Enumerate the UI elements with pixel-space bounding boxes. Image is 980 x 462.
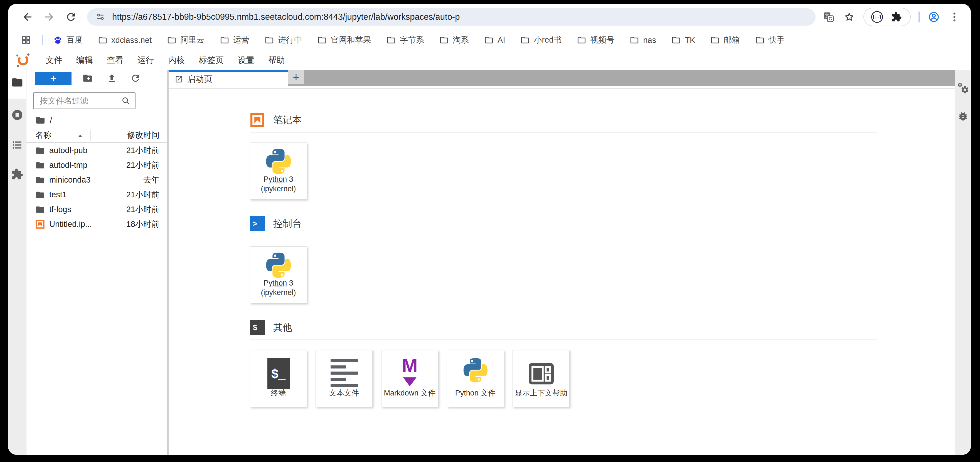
content-gap (169, 86, 955, 89)
bookmark-folder[interactable]: 小red书 (520, 35, 562, 46)
new-tab-button[interactable]: + (288, 70, 304, 84)
bookmark-folder[interactable]: 运营 (220, 35, 249, 46)
bookmark-folder[interactable]: 快手 (755, 35, 785, 46)
bookmark-folder[interactable]: 视频号 (576, 35, 614, 46)
folder-icon (35, 146, 45, 155)
file-browser-tab-icon[interactable] (11, 76, 23, 89)
site-settings-icon[interactable] (95, 12, 105, 22)
folder-icon (671, 35, 681, 45)
extensions-puzzle-icon[interactable] (890, 11, 903, 23)
bookmark-folder[interactable]: 阿里云 (167, 35, 205, 46)
new-launcher-button[interactable] (35, 72, 72, 85)
bookmark-star-icon[interactable] (843, 11, 856, 23)
table-of-contents-icon[interactable] (11, 139, 23, 151)
sort-ascending-icon[interactable] (76, 132, 84, 140)
toolbar-right-cluster: {...} (818, 8, 961, 26)
browser-toolbar: https://a678517-bb9b-9b5c0995.nmb1.seeta… (8, 4, 971, 30)
bookmark-folder[interactable]: TK (671, 35, 695, 45)
browser-menu-kebab[interactable] (948, 11, 961, 23)
file-row[interactable]: miniconda3去年 (26, 172, 167, 187)
home-folder-icon[interactable] (35, 115, 45, 125)
menu-view[interactable]: 查看 (100, 51, 130, 70)
launcher-card-textfile[interactable]: 文本文件 (315, 350, 372, 407)
file-row[interactable]: Untitled.ip...18小时前 (26, 217, 167, 231)
main-area: 启动页 + 笔记本 Python 3(ipykernel) (169, 70, 955, 455)
upload-button[interactable] (107, 73, 118, 84)
menu-settings[interactable]: 设置 (231, 51, 261, 70)
launcher-tab-icon (175, 75, 183, 83)
filename-filter-box[interactable] (33, 92, 135, 109)
apps-grid-icon[interactable] (20, 33, 33, 46)
folder-icon (35, 161, 45, 170)
tab-launcher[interactable]: 启动页 (169, 70, 288, 86)
menu-kernel[interactable]: 内核 (161, 51, 192, 70)
file-row[interactable]: test121小时前 (26, 187, 167, 202)
column-header-name[interactable]: 名称 (35, 130, 51, 141)
right-activity-bar (955, 70, 971, 455)
bookmark-folder[interactable]: 字节系 (386, 35, 424, 46)
search-icon (121, 96, 130, 105)
bookmarks-bar: 百度 xdclass.net 阿里云 运营 进行中 官网和苹果 字节系 淘系 A… (8, 30, 971, 50)
file-row[interactable]: autodl-tmp21小时前 (26, 158, 167, 172)
devtools-extension-icon[interactable]: {...} (871, 11, 883, 23)
reload-button[interactable] (64, 10, 78, 24)
bookmark-folder[interactable]: xdclass.net (98, 35, 152, 45)
folder-icon (35, 175, 45, 185)
section-divider (250, 339, 877, 340)
debugger-bug-icon[interactable] (958, 111, 969, 123)
profile-avatar[interactable] (928, 11, 940, 23)
section-divider (250, 236, 877, 236)
section-divider (250, 132, 877, 132)
menu-file[interactable]: 文件 (39, 51, 69, 70)
bookmark-folder[interactable]: 官网和苹果 (317, 35, 371, 46)
launcher-card-terminal[interactable]: $_ 终端 (250, 350, 307, 407)
launcher-card-notebook-python3[interactable]: Python 3(ipykernel) (250, 142, 307, 199)
folder-icon (576, 35, 587, 45)
toolbar-separator (918, 11, 920, 22)
bookmark-folder[interactable]: 进行中 (264, 35, 302, 46)
bookmark-folder[interactable]: 淘系 (439, 35, 469, 46)
bookmark-folder[interactable]: nas (629, 35, 656, 45)
file-row[interactable]: tf-logs21小时前 (26, 202, 167, 217)
forward-button[interactable] (42, 10, 56, 24)
bookmark-folder[interactable]: AI (484, 35, 505, 45)
extension-manager-icon[interactable] (11, 168, 23, 180)
menu-edit[interactable]: 编辑 (69, 51, 100, 70)
file-row[interactable]: autodl-pub21小时前 (26, 143, 167, 158)
folder-icon (439, 35, 449, 45)
menu-help[interactable]: 帮助 (261, 51, 292, 70)
menu-run[interactable]: 运行 (130, 51, 161, 70)
section-console-header: >_ 控制台 (250, 216, 877, 231)
launcher-card-pythonfile[interactable]: Python 文件 (447, 350, 504, 407)
column-header-modified[interactable]: 修改时间 (127, 130, 159, 141)
folder-icon (484, 35, 494, 45)
file-list-header: 名称 修改时间 (26, 128, 167, 142)
breadcrumb-root[interactable]: / (50, 115, 52, 125)
filename-filter-input[interactable] (40, 96, 121, 105)
back-button[interactable] (20, 10, 35, 24)
launcher-card-contextual-help[interactable]: 显示上下文帮助 (512, 350, 570, 407)
bookmark-baidu[interactable]: 百度 (53, 35, 83, 46)
launcher-card-console-python3[interactable]: Python 3(ipykernel) (250, 246, 307, 303)
jupyter-logo (16, 53, 30, 67)
running-sessions-icon[interactable] (11, 108, 24, 121)
launcher-card-markdown[interactable]: M Markdown 文件 (381, 350, 438, 407)
refresh-file-list-button[interactable] (130, 73, 142, 84)
folder-icon (629, 35, 640, 45)
new-folder-button[interactable] (82, 73, 94, 84)
property-inspector-icon[interactable] (957, 82, 969, 95)
url-text[interactable]: https://a678517-bb9b-9b5c0995.nmb1.seeta… (112, 12, 460, 22)
menu-tabs[interactable]: 标签页 (192, 51, 231, 70)
folder-icon (317, 35, 327, 45)
tab-bar: 启动页 + (169, 70, 955, 86)
breadcrumb[interactable]: / (35, 115, 52, 125)
url-bar[interactable]: https://a678517-bb9b-9b5c0995.nmb1.seeta… (87, 8, 816, 25)
markdown-icon: M (402, 357, 418, 386)
browser-window: https://a678517-bb9b-9b5c0995.nmb1.seeta… (8, 4, 971, 455)
baidu-icon (53, 35, 63, 45)
extensions-pill: {...} (864, 8, 911, 26)
bookmark-folder[interactable]: 邮箱 (710, 35, 740, 46)
translate-icon[interactable] (822, 11, 835, 23)
folder-icon (35, 205, 45, 214)
notebook-file-icon (35, 220, 45, 229)
